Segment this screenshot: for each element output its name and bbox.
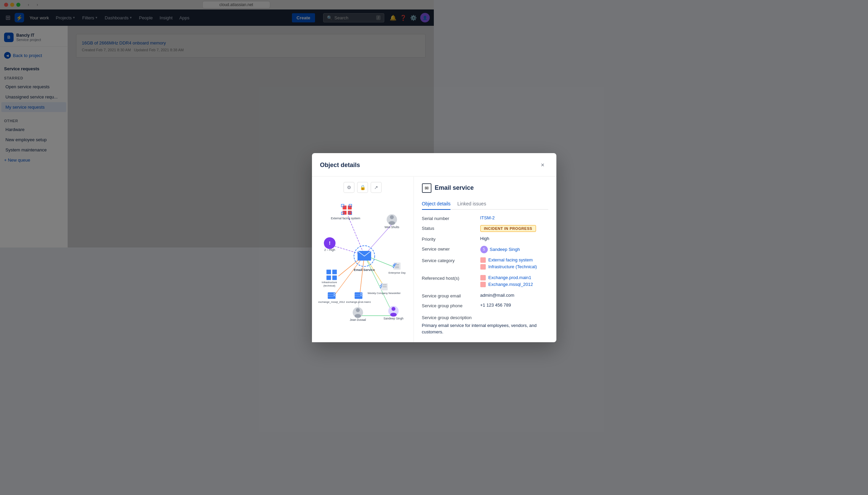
details-header: ✉ Email service bbox=[422, 183, 434, 193]
details-tabs: Object details Linked issues bbox=[422, 198, 434, 210]
object-details-modal: Object details × ⚙ 🔒 ↗ bbox=[312, 153, 434, 248]
field-serial-number: Serial number ITSM-2 bbox=[422, 215, 434, 221]
svg-line-0 bbox=[348, 216, 364, 248]
svg-line-2 bbox=[332, 245, 364, 248]
details-panel: ✉ Email service Object details Linked is… bbox=[414, 176, 434, 248]
svg-rect-13 bbox=[343, 210, 346, 214]
modal-header: Object details × bbox=[312, 153, 434, 176]
svg-rect-12 bbox=[348, 205, 351, 209]
graph-panel: ⚙ 🔒 ↗ bbox=[312, 176, 414, 248]
svg-point-22 bbox=[388, 221, 395, 225]
modal-body: ⚙ 🔒 ↗ bbox=[312, 176, 434, 248]
service-owner-label: Service owner bbox=[422, 246, 434, 248]
svg-rect-14 bbox=[348, 210, 351, 214]
svg-point-21 bbox=[390, 215, 394, 219]
priority-label: Priority bbox=[422, 236, 434, 242]
settings-tool-button[interactable]: ⚙ bbox=[344, 182, 354, 193]
status-label: Status bbox=[422, 225, 434, 231]
svg-text:Wes Shults: Wes Shults bbox=[384, 225, 399, 229]
modal-backdrop[interactable]: Object details × ⚙ 🔒 ↗ bbox=[0, 0, 434, 248]
serial-number-label: Serial number bbox=[422, 215, 434, 221]
field-status: Status INCIDENT IN PROGRESS bbox=[422, 225, 434, 232]
tab-object-details[interactable]: Object details bbox=[422, 198, 434, 210]
graph-canvas: External facing system Wes Shults ! 2 – … bbox=[317, 197, 408, 248]
graph-toolbar: ⚙ 🔒 ↗ bbox=[317, 182, 408, 193]
details-fields: Serial number ITSM-2 Status INCIDENT IN … bbox=[422, 215, 434, 248]
export-tool-button[interactable]: ↗ bbox=[371, 182, 382, 193]
modal-title: Object details bbox=[320, 161, 360, 169]
svg-rect-11 bbox=[343, 205, 346, 209]
svg-text:!: ! bbox=[329, 240, 330, 245]
svg-text:External facing system: External facing system bbox=[331, 217, 360, 220]
lock-tool-button[interactable]: 🔒 bbox=[357, 182, 368, 193]
object-icon: ✉ bbox=[422, 183, 432, 193]
field-service-owner: Service owner S Sandeep Singh bbox=[422, 246, 434, 248]
field-priority: Priority High bbox=[422, 236, 434, 242]
graph-svg: External facing system Wes Shults ! 2 – … bbox=[317, 197, 408, 248]
